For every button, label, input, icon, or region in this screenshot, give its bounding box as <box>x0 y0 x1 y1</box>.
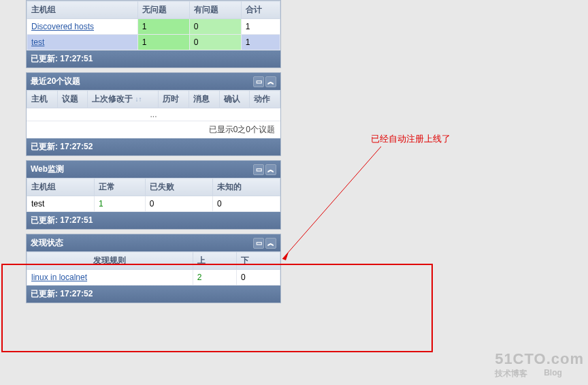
cell-bad: 0 <box>189 35 241 50</box>
col-host[interactable]: 主机 <box>27 91 58 108</box>
col-issue: 有问题 <box>189 1 241 19</box>
discovery-panel: 发现状态 ▭ ︽ 发现规则 上 下 linux in localnet 2 0 … <box>26 234 281 303</box>
cell-up: 2 <box>193 270 236 286</box>
watermark-logo: 51CTO.com <box>495 350 584 368</box>
cell-bad: 0 <box>189 19 241 35</box>
cell-ok: 1 <box>95 196 146 212</box>
panel-title: 最近20个议题 <box>31 76 80 87</box>
table-row: Discovered hosts 1 0 1 <box>27 19 280 35</box>
collapse-icon[interactable]: ︽ <box>265 164 276 175</box>
watermark: 51CTO.com 技术博客 Blog <box>495 350 584 380</box>
cell-down: 0 <box>236 270 280 286</box>
col-ok: 正常 <box>95 179 146 196</box>
col-lastchange[interactable]: 上次修改于 ↓↑ <box>88 91 159 108</box>
cell-total: 1 <box>241 35 280 50</box>
shown-count: 已显示0之0个议题 <box>27 121 280 138</box>
cell-unknown: 0 <box>212 196 280 212</box>
col-down: 下 <box>236 252 280 270</box>
col-fail: 已失败 <box>145 179 212 196</box>
col-rule: 发现规则 <box>27 252 193 270</box>
watermark-sub1: 技术博客 <box>495 368 527 380</box>
hostgroup-link-discovered[interactable]: Discovered hosts <box>31 22 94 31</box>
hostgroup-panel: 主机组 无问题 有问题 合计 Discovered hosts 1 0 1 te… <box>26 0 281 68</box>
updated-footer: 已更新: 17:27:52 <box>27 286 280 303</box>
arrow-icon <box>279 143 429 279</box>
col-msg[interactable]: 消息 <box>189 91 220 108</box>
col-total: 合计 <box>241 1 280 19</box>
panel-title: Web监测 <box>31 164 64 175</box>
discovery-header: 发现状态 ▭ ︽ <box>27 234 280 251</box>
webmon-panel: Web监测 ▭ ︽ 主机组 正常 已失败 未知的 test 1 0 0 已更新:… <box>26 160 281 230</box>
webmon-header: Web监测 ▭ ︽ <box>27 161 280 178</box>
col-action[interactable]: 动作 <box>250 91 280 108</box>
issues-panel: 最近20个议题 ▭ ︽ 主机 议题 上次修改于 ↓↑ 历时 消息 确认 动作 .… <box>26 72 281 156</box>
col-ack[interactable]: 确认 <box>219 91 250 108</box>
table-row: test 1 0 1 <box>27 35 280 50</box>
cell-fail: 0 <box>145 196 212 212</box>
col-noissue: 无问题 <box>137 1 189 19</box>
col-unknown: 未知的 <box>212 179 280 196</box>
col-issue[interactable]: 议题 <box>57 91 88 108</box>
cell-group: test <box>27 196 95 212</box>
collapse-icon[interactable]: ︽ <box>265 76 276 87</box>
menu-icon[interactable]: ▭ <box>253 238 264 249</box>
cell-ok: 1 <box>137 35 189 50</box>
col-duration[interactable]: 历时 <box>159 91 189 108</box>
discovery-table: 发现规则 上 下 linux in localnet 2 0 <box>27 251 280 286</box>
issues-header: 最近20个议题 ▭ ︽ <box>27 73 280 90</box>
table-row: linux in localnet 2 0 <box>27 270 280 286</box>
col-hostgroup: 主机组 <box>27 1 138 19</box>
col-group: 主机组 <box>27 179 95 196</box>
collapse-icon[interactable]: ︽ <box>265 238 276 249</box>
cell-ok: 1 <box>137 19 189 35</box>
menu-icon[interactable]: ▭ <box>253 164 264 175</box>
updated-footer: 已更新: 17:27:52 <box>27 138 280 155</box>
menu-icon[interactable]: ▭ <box>253 76 264 87</box>
hostgroup-link-test[interactable]: test <box>31 37 44 47</box>
webmon-table: 主机组 正常 已失败 未知的 test 1 0 0 <box>27 178 280 212</box>
panel-title: 发现状态 <box>31 237 63 249</box>
watermark-sub2: Blog <box>544 368 562 380</box>
sort-arrow-icon: ↓↑ <box>135 95 142 103</box>
annotation-text: 已经自动注册上线了 <box>371 133 451 145</box>
issues-table: 主机 议题 上次修改于 ↓↑ 历时 消息 确认 动作 <box>27 90 280 108</box>
col-up: 上 <box>193 252 236 270</box>
updated-footer: 已更新: 17:27:51 <box>27 50 280 67</box>
ellipsis: ... <box>27 108 280 121</box>
svg-line-0 <box>282 147 381 259</box>
cell-total: 1 <box>241 19 280 35</box>
discovery-rule-link[interactable]: linux in localnet <box>31 273 87 282</box>
svg-marker-1 <box>282 252 289 260</box>
table-row: test 1 0 0 <box>27 196 280 212</box>
updated-footer: 已更新: 17:27:51 <box>27 212 280 229</box>
hostgroup-table: 主机组 无问题 有问题 合计 Discovered hosts 1 0 1 te… <box>27 1 280 50</box>
